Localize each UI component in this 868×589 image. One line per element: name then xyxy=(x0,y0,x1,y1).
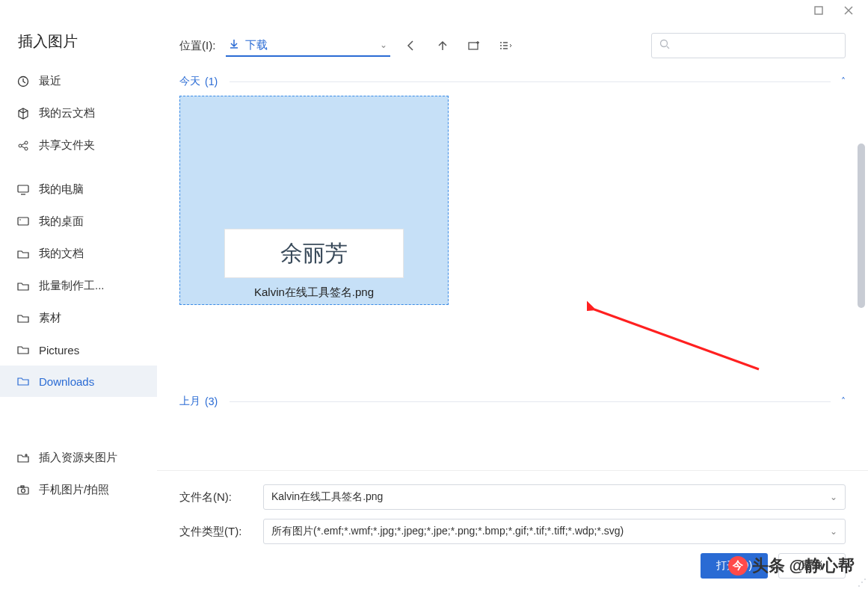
sidebar-item-label: 插入资源夹图片 xyxy=(39,451,117,465)
desktop-icon xyxy=(16,215,30,229)
signature-preview: 余丽芳 xyxy=(224,229,404,278)
svg-rect-0 xyxy=(815,7,822,14)
sidebar-item-recent[interactable]: 最近 xyxy=(0,65,157,97)
folder-icon xyxy=(16,312,30,325)
group-label: 今天 xyxy=(179,75,200,88)
svg-line-25 xyxy=(594,309,759,369)
svg-rect-15 xyxy=(21,486,24,487)
back-button[interactable] xyxy=(401,35,422,56)
sidebar-item-label: Pictures xyxy=(39,344,79,357)
annotation-arrow xyxy=(587,235,766,384)
sidebar-item-label: 我的文档 xyxy=(39,247,84,261)
sidebar-item-label: 我的桌面 xyxy=(39,215,84,229)
svg-line-7 xyxy=(22,144,25,145)
sidebar-item-label: 我的云文档 xyxy=(39,106,95,120)
bottom-panel: 文件名(N): Kalvin在线工具签名.png ⌄ 文件类型(T): 所有图片… xyxy=(157,470,868,589)
dialog-title: 插入图片 xyxy=(0,31,157,65)
filename-label: 文件名(N): xyxy=(179,490,254,505)
sidebar-item-label: 批量制作工... xyxy=(39,279,105,293)
toolbar: 位置(I): 下载 ⌄ xyxy=(157,22,868,69)
new-folder-button[interactable] xyxy=(464,35,484,56)
sidebar-item-label: 手机图片/拍照 xyxy=(39,483,109,497)
filetype-label: 文件类型(T): xyxy=(179,525,254,539)
open-button[interactable]: 打开(O) xyxy=(701,553,768,579)
maximize-button[interactable] xyxy=(814,5,823,17)
search-box[interactable] xyxy=(651,33,846,58)
svg-rect-16 xyxy=(469,43,478,49)
sidebar-item-pictures[interactable]: Pictures xyxy=(0,334,157,366)
sidebar-item-documents[interactable]: 我的文档 xyxy=(0,238,157,270)
sidebar-item-material[interactable]: 素材 xyxy=(0,302,157,334)
up-button[interactable] xyxy=(432,35,453,56)
file-thumbnail[interactable]: 余丽芳 Kalvin在线工具签名.png xyxy=(179,96,449,305)
filetype-field[interactable]: 所有图片(*.emf;*.wmf;*.jpg;*.jpeg;*.jpe;*.pn… xyxy=(263,519,846,544)
svg-rect-11 xyxy=(18,218,28,225)
folder-icon xyxy=(16,343,30,357)
sidebar: 插入图片 最近 我的云文档 共享文件夹 我的电脑 我的桌面 我的文档 批 xyxy=(0,22,157,589)
sidebar-item-cloud[interactable]: 我的云文档 xyxy=(0,97,157,129)
sidebar-item-computer[interactable]: 我的电脑 xyxy=(0,173,157,206)
titlebar xyxy=(0,0,868,22)
svg-point-23 xyxy=(661,40,668,47)
sidebar-item-label: 最近 xyxy=(39,74,61,88)
divider xyxy=(230,81,831,82)
resize-grip[interactable]: ⋰ xyxy=(858,577,867,588)
group-today[interactable]: 今天 (1) ˄ xyxy=(179,75,846,88)
chevron-down-icon: ⌄ xyxy=(830,526,837,537)
svg-point-17 xyxy=(500,42,502,43)
divider xyxy=(230,401,831,402)
svg-point-5 xyxy=(25,141,28,144)
collapse-icon[interactable]: ˄ xyxy=(841,76,846,87)
location-value: 下载 xyxy=(245,38,268,52)
svg-point-4 xyxy=(19,144,22,147)
folder-icon xyxy=(16,247,30,261)
file-name: Kalvin在线工具签名.png xyxy=(254,286,374,304)
svg-point-6 xyxy=(25,147,28,150)
cancel-button[interactable]: 取消 xyxy=(778,553,846,579)
svg-point-19 xyxy=(500,48,502,49)
svg-point-12 xyxy=(19,219,21,221)
filename-value: Kalvin在线工具签名.png xyxy=(271,490,383,504)
location-dropdown[interactable]: 下载 ⌄ xyxy=(226,35,390,57)
svg-rect-9 xyxy=(18,185,28,192)
sidebar-item-phone-photo[interactable]: 手机图片/拍照 xyxy=(0,474,157,506)
search-icon xyxy=(659,39,670,52)
collapse-icon[interactable]: ˄ xyxy=(841,396,846,407)
svg-line-24 xyxy=(667,46,669,49)
clock-icon xyxy=(16,75,30,88)
monitor-icon xyxy=(16,183,30,197)
sidebar-item-desktop[interactable]: 我的桌面 xyxy=(0,206,157,238)
svg-point-14 xyxy=(22,489,25,493)
group-last-month[interactable]: 上月 (3) ˄ xyxy=(179,395,846,408)
svg-rect-13 xyxy=(18,487,28,494)
scrollbar[interactable] xyxy=(858,144,865,308)
group-count: (3) xyxy=(205,395,218,407)
share-icon xyxy=(16,139,30,152)
close-button[interactable] xyxy=(844,5,853,17)
cube-icon xyxy=(16,107,30,120)
filetype-value: 所有图片(*.emf;*.wmf;*.jpg;*.jpeg;*.jpe;*.pn… xyxy=(271,525,624,538)
group-count: (1) xyxy=(205,75,218,87)
search-input[interactable] xyxy=(676,40,837,52)
download-icon xyxy=(229,39,239,52)
svg-point-18 xyxy=(500,45,502,46)
chevron-down-icon: ⌄ xyxy=(830,492,837,502)
location-label: 位置(I): xyxy=(179,39,215,53)
chevron-down-icon: ⌄ xyxy=(380,40,387,50)
folder-plus-icon xyxy=(16,451,30,465)
sidebar-item-label: Downloads xyxy=(39,375,94,388)
sidebar-item-label: 素材 xyxy=(39,311,61,325)
filename-field[interactable]: Kalvin在线工具签名.png ⌄ xyxy=(263,484,846,510)
sidebar-item-label: 共享文件夹 xyxy=(39,138,95,152)
sidebar-item-resource-image[interactable]: 插入资源夹图片 xyxy=(0,442,157,474)
camera-icon xyxy=(16,484,30,497)
group-label: 上月 xyxy=(179,395,200,408)
sidebar-item-label: 我的电脑 xyxy=(39,182,84,197)
folder-icon xyxy=(16,280,30,293)
sidebar-item-batch[interactable]: 批量制作工... xyxy=(0,270,157,302)
sidebar-item-downloads[interactable]: Downloads xyxy=(0,366,157,397)
folder-icon xyxy=(16,374,30,388)
sidebar-item-shared[interactable]: 共享文件夹 xyxy=(0,129,157,161)
file-list-area: 今天 (1) ˄ 余丽芳 Kalvin在线工具签名.png 上月 (3) ˄ xyxy=(157,69,868,470)
view-options-button[interactable] xyxy=(495,35,516,56)
